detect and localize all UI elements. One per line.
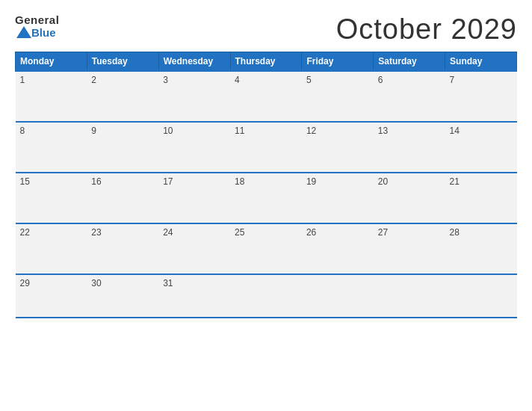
- day-23: 23: [87, 223, 158, 274]
- day-22: 22: [16, 223, 87, 274]
- day-30: 30: [87, 274, 158, 318]
- day-empty-3: [374, 274, 445, 318]
- weekday-header-row: Monday Tuesday Wednesday Thursday Friday…: [16, 52, 517, 72]
- header-saturday: Saturday: [374, 52, 445, 72]
- header-tuesday: Tuesday: [87, 52, 158, 72]
- day-14: 14: [445, 122, 517, 173]
- header-monday: Monday: [16, 52, 87, 72]
- day-empty-2: [302, 274, 374, 318]
- week-row-1: 1 2 3 4 5 6 7: [16, 71, 517, 122]
- day-27: 27: [374, 223, 445, 274]
- calendar-page: General Blue October 2029 Monday Tuesday…: [0, 0, 532, 411]
- week-row-3: 15 16 17 18 19 20 21: [16, 173, 517, 223]
- day-15: 15: [16, 173, 87, 223]
- header-wednesday: Wednesday: [158, 52, 230, 72]
- day-3: 3: [158, 71, 230, 122]
- header: General Blue October 2029: [15, 13, 517, 46]
- calendar-header: Monday Tuesday Wednesday Thursday Friday…: [16, 52, 517, 72]
- day-empty-1: [230, 274, 302, 318]
- header-thursday: Thursday: [230, 52, 302, 72]
- week-row-5: 29 30 31: [16, 274, 517, 318]
- day-28: 28: [445, 223, 517, 274]
- day-empty-4: [445, 274, 517, 318]
- day-19: 19: [302, 173, 374, 223]
- day-25: 25: [230, 223, 302, 274]
- day-10: 10: [158, 122, 230, 173]
- day-20: 20: [374, 173, 445, 223]
- day-12: 12: [302, 122, 374, 173]
- day-1: 1: [16, 71, 87, 122]
- day-4: 4: [230, 71, 302, 122]
- logo-triangle-icon: [16, 26, 31, 38]
- logo-general-text: General: [15, 13, 59, 26]
- day-26: 26: [302, 223, 374, 274]
- day-9: 9: [87, 122, 158, 173]
- day-16: 16: [87, 173, 158, 223]
- week-row-4: 22 23 24 25 26 27 28: [16, 223, 517, 274]
- calendar-body: 1 2 3 4 5 6 7 8 9 10 11 12 13 14 15 16 1…: [16, 71, 517, 318]
- day-13: 13: [374, 122, 445, 173]
- day-2: 2: [87, 71, 158, 122]
- day-31: 31: [158, 274, 230, 318]
- day-8: 8: [16, 122, 87, 173]
- header-friday: Friday: [302, 52, 374, 72]
- day-5: 5: [302, 71, 374, 122]
- logo: General Blue: [15, 13, 59, 39]
- day-11: 11: [230, 122, 302, 173]
- header-sunday: Sunday: [445, 52, 517, 72]
- calendar-table: Monday Tuesday Wednesday Thursday Friday…: [15, 52, 517, 318]
- week-row-2: 8 9 10 11 12 13 14: [16, 122, 517, 173]
- day-18: 18: [230, 173, 302, 223]
- month-title: October 2029: [336, 13, 517, 46]
- day-21: 21: [445, 173, 517, 223]
- logo-blue-row: Blue: [15, 26, 56, 39]
- day-17: 17: [158, 173, 230, 223]
- day-7: 7: [445, 71, 517, 122]
- day-29: 29: [16, 274, 87, 318]
- day-6: 6: [374, 71, 445, 122]
- logo-blue-text: Blue: [31, 26, 56, 39]
- day-24: 24: [158, 223, 230, 274]
